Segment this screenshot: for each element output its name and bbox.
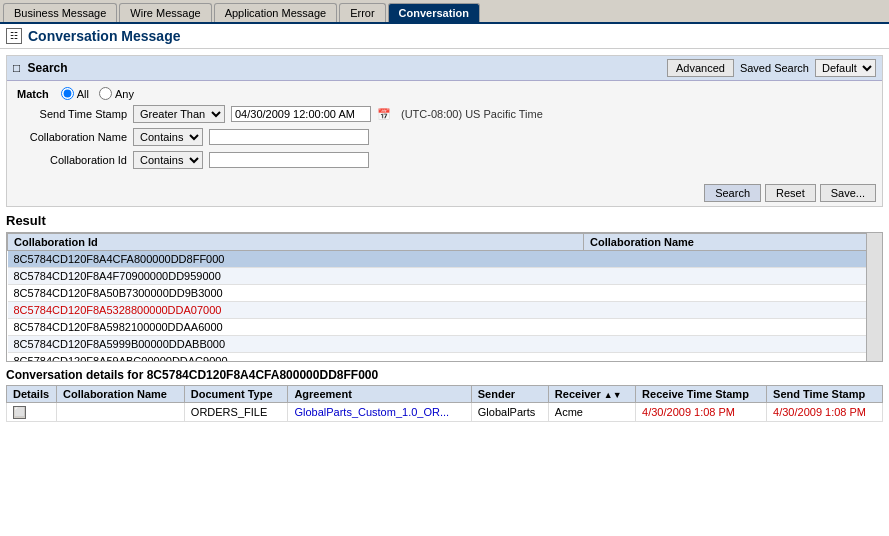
details-col-agreement[interactable]: Agreement [288,386,471,403]
result-title: Result [6,213,883,228]
search-header: □ Search Advanced Saved Search Default [7,56,882,81]
tab-conversation[interactable]: Conversation [388,3,480,22]
result-row[interactable]: 8C5784CD120F8A5328800000DDA07000 [8,302,882,319]
page-title-bar: ☷ Conversation Message [0,24,889,49]
search-controls-right: Advanced Saved Search Default [667,59,876,77]
result-row[interactable]: 8C5784CD120F8A4F70900000DD959000 [8,268,882,285]
details-title: Conversation details for 8C5784CD120F8A4… [6,368,883,382]
details-col-receive-ts[interactable]: Receive Time Stamp [636,386,767,403]
details-row: ⬜ORDERS_FILEGlobalParts_Custom_1.0_OR...… [7,403,883,422]
radio-group: All Any [61,87,134,100]
collab-name-label: Collaboration Name [17,131,127,143]
tab-business-message[interactable]: Business Message [3,3,117,22]
details-col-details: Details [7,386,57,403]
collab-id-label: Collaboration Id [17,154,127,166]
result-row[interactable]: 8C5784CD120F8A5999B00000DDABB000 [8,336,882,353]
saved-search-label: Saved Search [740,62,809,74]
result-row[interactable]: 8C5784CD120F8A50B7300000DD9B3000 [8,285,882,302]
result-row[interactable]: 8C5784CD120F8A4CFA800000DD8FF000 [8,251,882,268]
calendar-icon[interactable]: 📅 [377,108,391,121]
send-time-stamp-input[interactable] [231,106,371,122]
collab-name-row: Collaboration Name Contains [17,128,872,146]
tab-application-message[interactable]: Application Message [214,3,338,22]
send-time-stamp-operator[interactable]: Greater Than [133,105,225,123]
send-time-stamp-row: Send Time Stamp Greater Than 📅 (UTC-08:0… [17,105,872,123]
details-col-sender[interactable]: Sender [471,386,548,403]
details-col-receiver[interactable]: Receiver ▲▼ [548,386,635,403]
details-col-doc-type[interactable]: Document Type [184,386,288,403]
details-section: Conversation details for 8C5784CD120F8A4… [6,368,883,422]
search-actions: Search Reset Save... [7,180,882,206]
collab-id-row: Collaboration Id Contains [17,151,872,169]
collab-id-input[interactable] [209,152,369,168]
match-label: Match [17,88,49,100]
timezone-display: (UTC-08:00) US Pacific Time [401,108,543,120]
saved-search-select[interactable]: Default [815,59,876,77]
collab-id-operator[interactable]: Contains [133,151,203,169]
tab-bar: Business Message Wire Message Applicatio… [0,0,889,24]
col-collaboration-name[interactable]: Collaboration Name [584,234,882,251]
details-col-collab-name[interactable]: Collaboration Name [57,386,185,403]
search-button[interactable]: Search [704,184,761,202]
scrollbar[interactable] [866,233,882,361]
tab-error[interactable]: Error [339,3,385,22]
details-table: Details Collaboration Name Document Type… [6,385,883,422]
send-time-stamp-label: Send Time Stamp [17,108,127,120]
collab-name-operator[interactable]: Contains [133,128,203,146]
match-row: Match All Any [17,87,872,100]
result-row[interactable]: 8C5784CD120F8A59ABC00000DDAC9000 [8,353,882,363]
collapse-icon[interactable]: □ [13,61,20,75]
result-table-wrapper: Collaboration Id Collaboration Name 8C57… [6,232,883,362]
page-icon: ☷ [6,28,22,44]
match-any-radio[interactable]: Any [99,87,134,100]
reset-button[interactable]: Reset [765,184,816,202]
receiver-sort-icon[interactable]: ▲▼ [604,390,622,400]
col-collaboration-id[interactable]: Collaboration Id [8,234,584,251]
tab-wire-message[interactable]: Wire Message [119,3,211,22]
match-all-radio[interactable]: All [61,87,89,100]
details-icon[interactable]: ⬜ [13,406,26,419]
save-button[interactable]: Save... [820,184,876,202]
result-section: Result Collaboration Id Collaboration Na… [6,213,883,362]
search-section-title: □ Search [13,61,68,75]
advanced-button[interactable]: Advanced [667,59,734,77]
search-section: □ Search Advanced Saved Search Default M… [6,55,883,207]
collab-name-input[interactable] [209,129,369,145]
page-title: Conversation Message [28,28,181,44]
result-table: Collaboration Id Collaboration Name 8C57… [7,233,882,362]
result-row[interactable]: 8C5784CD120F8A5982100000DDAA6000 [8,319,882,336]
details-col-send-ts[interactable]: Send Time Stamp [767,386,883,403]
search-body: Match All Any Send Time Stamp Greater Th… [7,81,882,180]
